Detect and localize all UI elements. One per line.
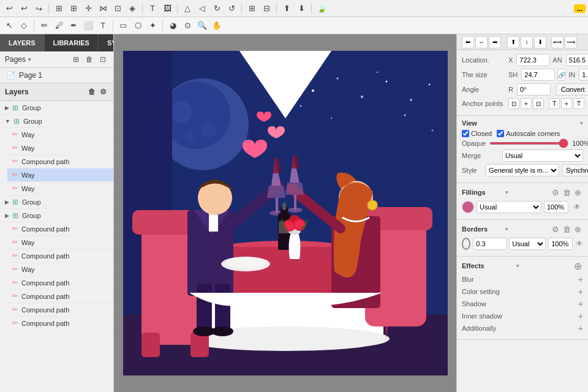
pages-settings-btn[interactable]: ⊡ [97, 54, 108, 65]
anchor-plus-icon[interactable]: + [561, 98, 572, 109]
brush-tool[interactable]: 🖊 [52, 19, 66, 32]
toolbar-btn-mask[interactable]: ⊞ [245, 2, 258, 15]
toolbar-btn-align[interactable]: ⊡ [111, 2, 124, 15]
pencil-tool[interactable]: ✒ [67, 19, 80, 32]
layer-group-4[interactable]: ▶ ⊞ Group [0, 209, 113, 222]
star-tool[interactable]: ✦ [146, 19, 159, 32]
toolbar-btn-t[interactable]: T [146, 2, 159, 15]
toolbar-btn-export[interactable]: ⬆ [280, 2, 293, 15]
align-middle-icon[interactable]: ↕ [521, 36, 533, 48]
align-right-icon[interactable]: ➡ [489, 36, 501, 48]
layer-compound-6[interactable]: ✏ Compound path [7, 303, 113, 317]
anchor-tc-icon[interactable]: + [521, 98, 532, 109]
lock-ratio-btn[interactable]: 🔗 [557, 69, 566, 81]
inner-shadow-add-icon[interactable]: + [578, 311, 583, 321]
toolbar-btn-snap[interactable]: ⋈ [96, 2, 110, 15]
text-tool[interactable]: T [96, 19, 110, 32]
anchor-t-icon[interactable]: T [549, 98, 560, 109]
layer-way-3[interactable]: ✏ Way [7, 182, 113, 195]
effects-add-icon[interactable]: ⊕ [572, 260, 583, 271]
blur-add-icon[interactable]: + [578, 274, 583, 284]
fill-type-select[interactable]: Usual Linear Radial [477, 201, 541, 213]
shape2-tool[interactable]: ⬡ [131, 19, 145, 32]
location-x-input[interactable] [516, 54, 550, 66]
size-in-input[interactable] [579, 69, 588, 81]
anchor-tl-icon[interactable]: ⊡ [508, 98, 519, 109]
toolbar-btn-redo[interactable]: ↻ [210, 2, 224, 15]
angle-input[interactable] [517, 83, 551, 96]
toolbar-btn-redo2[interactable]: ↺ [225, 2, 238, 15]
eraser-tool[interactable]: ⬜ [81, 19, 95, 32]
closed-checkbox[interactable] [462, 130, 469, 137]
opaque-slider[interactable] [489, 142, 568, 145]
toolbar-btn-undo[interactable]: ↩ [32, 2, 45, 15]
additionally-add-icon[interactable]: + [578, 323, 583, 333]
border-opacity-input[interactable] [548, 238, 573, 250]
synchrono-btn[interactable]: Synchrono [562, 164, 588, 176]
anchor-tr-icon[interactable]: ⊡ [533, 98, 544, 109]
page-item[interactable]: 📄 Page 1 [0, 68, 113, 83]
layer-compound-5[interactable]: ✏ Compound path [7, 290, 113, 303]
canvas[interactable] [123, 51, 448, 375]
toolbar-btn-2[interactable]: ↩ [17, 2, 31, 15]
toolbar-btn-grid[interactable]: ⊞ [67, 2, 80, 15]
border-visibility-icon[interactable]: 👁 [575, 238, 583, 250]
fillings-add-icon[interactable]: ⊕ [572, 187, 583, 198]
eyedrop-tool[interactable]: ⊙ [181, 19, 194, 32]
layer-compound-3[interactable]: ✏ Compound path [7, 249, 113, 263]
toolbar-btn-bool[interactable]: ⊟ [260, 2, 273, 15]
layer-way-4[interactable]: ✏ Way [7, 236, 113, 249]
borders-settings-icon[interactable]: ⚙ [550, 224, 561, 235]
layer-way-2[interactable]: ✏ Way [7, 141, 113, 155]
toolbar-btn-img[interactable]: 🖼 [160, 2, 174, 15]
fillings-delete-icon[interactable]: 🗑 [561, 187, 572, 198]
layer-compound-2[interactable]: ✏ Compound path [7, 222, 113, 236]
layer-group-1[interactable]: ▶ ⊞ Group [0, 101, 113, 115]
shape-tool[interactable]: ▭ [116, 19, 130, 32]
layer-way-5[interactable]: ✏ Way [7, 263, 113, 276]
align-center-icon[interactable]: ↔ [475, 36, 488, 48]
tab-layers[interactable]: LAYERS [0, 34, 45, 51]
convert-btn[interactable]: Convert [556, 83, 588, 96]
toolbar-btn-zoom[interactable]: ⊞ [52, 2, 66, 15]
merge-select[interactable]: Usual Multiply Screen [502, 149, 583, 162]
select-tool[interactable]: ↖ [2, 19, 16, 32]
pages-label[interactable]: Pages [5, 55, 26, 64]
layer-way-selected[interactable]: ✏ Way [7, 168, 113, 182]
fillings-settings-icon[interactable]: ⚙ [550, 187, 561, 198]
layers-settings-btn[interactable]: ⚙ [97, 86, 108, 97]
align-top-icon[interactable]: ⬆ [507, 36, 519, 48]
tab-libraries[interactable]: LIBRARIES [45, 34, 99, 51]
distribute-h-icon[interactable]: ⟺ [551, 36, 564, 48]
autoscale-checkbox[interactable] [497, 130, 504, 137]
anchor-t2-icon[interactable]: T [573, 98, 584, 109]
distribute-v-icon[interactable]: ⟹ [565, 36, 577, 48]
border-color-swatch[interactable] [462, 238, 470, 250]
fill-opacity-input[interactable] [544, 201, 568, 213]
shadow-add-icon[interactable]: + [578, 299, 583, 309]
layer-compound-7[interactable]: ✏ Compound path [7, 317, 113, 330]
borders-delete-icon[interactable]: 🗑 [561, 224, 572, 235]
layer-group-3[interactable]: ▶ ⊞ Group [0, 195, 113, 209]
zoom-tool[interactable]: 🔍 [195, 19, 209, 32]
pen-tool[interactable]: ✏ [37, 19, 51, 32]
border-type-select[interactable]: Usual Dashed [509, 238, 546, 250]
pages-add-btn[interactable]: ⊞ [70, 54, 81, 65]
node-tool[interactable]: ◇ [17, 19, 31, 32]
toolbar-btn-tri[interactable]: △ [181, 2, 194, 15]
align-bottom-icon[interactable]: ⬇ [534, 36, 546, 48]
canvas-area[interactable] [114, 34, 456, 392]
style-select[interactable]: General style is m... [486, 164, 559, 176]
toolbar-btn-arrow[interactable]: ◁ [195, 2, 209, 15]
layer-compound-4[interactable]: ✏ Compound path [7, 276, 113, 290]
fill-visibility-icon[interactable]: 👁 [571, 201, 583, 213]
align-left-icon[interactable]: ⬅ [462, 36, 474, 48]
toolbar-btn-guide[interactable]: ✛ [81, 2, 95, 15]
layer-compound-1[interactable]: ✏ Compound path [7, 155, 113, 168]
closed-checkbox-item[interactable]: Closed [462, 130, 492, 137]
color-setting-add-icon[interactable]: + [578, 287, 583, 296]
toolbar-btn-node[interactable]: ◈ [126, 2, 139, 15]
toolbar-btn-leaf[interactable]: 🍃 [315, 2, 328, 15]
autoscale-checkbox-item[interactable]: Autoscale corners [497, 130, 560, 137]
pages-delete-btn[interactable]: 🗑 [84, 54, 95, 65]
